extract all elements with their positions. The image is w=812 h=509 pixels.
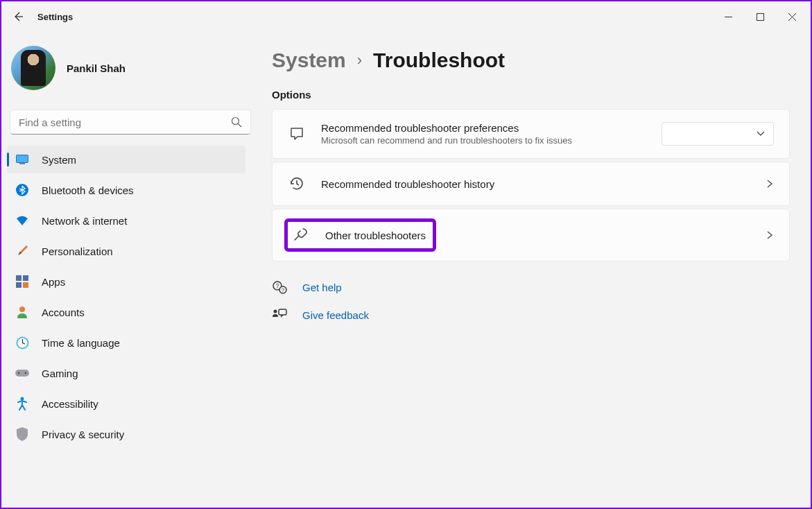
card-title: Other troubleshooters — [325, 230, 426, 241]
maximize-button[interactable] — [744, 6, 776, 27]
card-other-troubleshooters[interactable]: Other troubleshooters — [272, 209, 790, 261]
accessibility-icon — [15, 397, 29, 411]
svg-rect-8 — [16, 282, 21, 288]
breadcrumb-parent[interactable]: System — [272, 49, 346, 72]
close-button[interactable] — [776, 6, 808, 27]
chevron-right-icon: › — [357, 51, 362, 69]
user-block[interactable]: Pankil Shah — [7, 32, 245, 110]
svg-rect-7 — [23, 275, 28, 281]
svg-point-16 — [21, 397, 24, 401]
sidebar-item-label: Personalization — [42, 245, 113, 257]
svg-rect-3 — [17, 155, 28, 162]
minimize-button[interactable] — [712, 6, 744, 27]
svg-rect-0 — [757, 13, 763, 20]
sidebar-item-label: Time & language — [42, 337, 120, 349]
sidebar-item-bluetooth[interactable]: Bluetooth & devices — [7, 176, 245, 204]
highlight-annotation: Other troubleshooters — [284, 218, 436, 252]
main-content: System › Troubleshoot Options Recommende… — [251, 32, 811, 508]
chevron-down-icon — [757, 130, 765, 138]
user-name: Pankil Shah — [67, 62, 126, 74]
sidebar-item-gaming[interactable]: Gaming — [7, 359, 245, 387]
sidebar-item-label: Gaming — [42, 368, 78, 379]
svg-rect-9 — [23, 282, 28, 288]
sidebar-item-label: Privacy & security — [42, 429, 124, 440]
sidebar-item-network[interactable]: Network & internet — [7, 207, 245, 234]
feedback-icon — [272, 307, 287, 322]
svg-text:?: ? — [275, 282, 279, 289]
search-icon — [231, 117, 242, 128]
chat-icon — [288, 125, 306, 143]
sidebar-item-apps[interactable]: Apps — [7, 268, 245, 295]
page-title: Troubleshoot — [373, 49, 505, 72]
bluetooth-icon — [15, 183, 29, 197]
svg-point-10 — [19, 307, 25, 312]
sidebar-item-time[interactable]: Time & language — [7, 329, 245, 356]
chevron-right-icon — [766, 231, 774, 239]
search-field[interactable] — [19, 117, 231, 128]
card-title: Recommended troubleshooter history — [321, 178, 757, 190]
gamepad-icon — [15, 366, 29, 380]
breadcrumb: System › Troubleshoot — [272, 49, 790, 72]
sidebar-item-privacy[interactable]: Privacy & security — [7, 420, 245, 448]
back-button[interactable] — [4, 3, 32, 31]
help-icon: ?? — [272, 279, 287, 295]
wrench-icon — [292, 226, 310, 244]
sidebar-item-label: System — [42, 154, 76, 166]
svg-rect-22 — [279, 309, 286, 315]
card-recommended-preferences[interactable]: Recommended troubleshooter preferences M… — [272, 109, 790, 159]
svg-point-1 — [232, 118, 239, 125]
link-give-feedback[interactable]: Give feedback — [302, 309, 369, 321]
brush-icon — [15, 244, 29, 258]
svg-rect-13 — [15, 370, 29, 377]
card-title: Recommended troubleshooter preferences — [321, 122, 662, 134]
system-icon — [15, 153, 29, 166]
sidebar-item-label: Accounts — [42, 307, 85, 318]
sidebar-item-system[interactable]: System — [7, 146, 245, 173]
clock-icon — [15, 336, 29, 350]
sidebar-item-label: Apps — [42, 276, 65, 288]
search-input[interactable] — [10, 110, 251, 135]
chevron-right-icon — [766, 180, 774, 188]
person-icon — [15, 305, 29, 319]
svg-text:?: ? — [282, 287, 285, 293]
svg-rect-6 — [16, 275, 21, 281]
section-heading: Options — [272, 89, 790, 101]
svg-rect-4 — [19, 163, 25, 164]
sidebar-item-personalization[interactable]: Personalization — [7, 237, 245, 265]
sidebar-item-label: Bluetooth & devices — [42, 184, 134, 196]
sidebar: Pankil Shah System Bluetooth & devices N… — [1, 32, 251, 508]
sidebar-item-accounts[interactable]: Accounts — [7, 298, 245, 326]
preferences-dropdown[interactable] — [662, 122, 774, 146]
window-title: Settings — [37, 12, 73, 22]
sidebar-item-label: Network & internet — [42, 215, 127, 227]
svg-point-14 — [18, 372, 20, 374]
svg-point-15 — [25, 372, 27, 374]
apps-icon — [15, 275, 29, 288]
link-get-help[interactable]: Get help — [302, 282, 342, 293]
card-recommended-history[interactable]: Recommended troubleshooter history — [272, 162, 790, 206]
history-icon — [288, 175, 306, 193]
wifi-icon — [15, 214, 29, 227]
sidebar-item-accessibility[interactable]: Accessibility — [7, 390, 245, 417]
card-subtitle: Microsoft can recommend and run troubles… — [321, 135, 662, 146]
sidebar-item-label: Accessibility — [42, 398, 98, 410]
avatar — [11, 46, 55, 90]
shield-icon — [15, 427, 29, 441]
svg-point-21 — [274, 310, 277, 313]
